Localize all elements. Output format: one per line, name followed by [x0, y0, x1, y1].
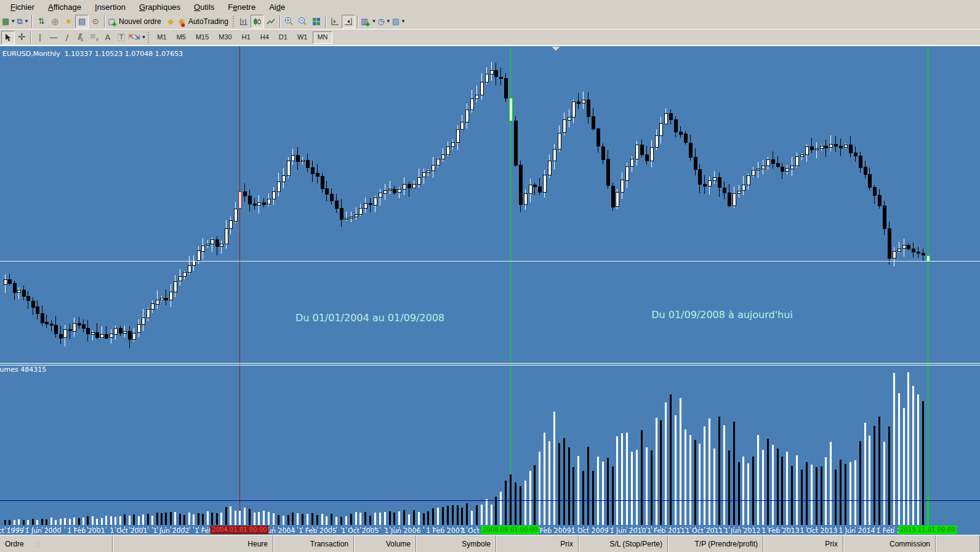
time-axis-label: 1 Jun 2012 — [724, 527, 760, 535]
indicators-button[interactable]: ▥✚▼ — [360, 15, 377, 28]
channel-button[interactable]: //E — [74, 31, 87, 44]
vertical-line-icon: | — [39, 33, 41, 41]
timeframe-mn[interactable]: MN — [313, 31, 332, 44]
templates-button[interactable]: ▨▼ — [392, 15, 406, 28]
chevron-down-icon: ▼ — [10, 18, 15, 24]
tile-windows-icon — [312, 17, 321, 26]
chart-shift-button[interactable] — [328, 15, 342, 28]
market-watch-icon: ⇅ — [38, 17, 45, 25]
candlestick-icon — [253, 17, 262, 26]
menu-fichier[interactable]: Fichier — [4, 1, 41, 13]
new-order-label: Nouvel ordre — [117, 17, 164, 26]
time-axis-label: 1 Jun 2014 — [838, 527, 875, 535]
timeframe-w1[interactable]: W1 — [293, 31, 312, 44]
data-window-button[interactable]: ◎ — [48, 15, 62, 28]
chart-shift-marker[interactable] — [552, 47, 560, 50]
bar-chart-button[interactable] — [237, 15, 251, 28]
time-axis-label: 1 Oct 2001 — [110, 527, 147, 535]
time-axis-label: 1 Oct 2005 — [341, 527, 379, 535]
auto-scroll-button[interactable] — [342, 15, 355, 28]
toolbar-grip — [148, 32, 150, 43]
timeframe-bar: M1M5M15M30H1H4D1W1MN — [152, 31, 332, 44]
zoom-out-icon — [298, 17, 307, 26]
column-header-transaction[interactable]: Transaction — [273, 535, 354, 552]
timeframe-h4[interactable]: H4 — [256, 31, 273, 44]
separator — [357, 15, 358, 28]
tile-windows-button[interactable] — [310, 15, 323, 28]
separator — [30, 31, 31, 44]
column-header-commission[interactable]: Commission — [843, 535, 936, 552]
column-header-prix[interactable]: Prix — [496, 535, 579, 552]
metaeditor-button[interactable]: ◆ — [164, 15, 178, 28]
menu-outils[interactable]: Outils — [187, 1, 221, 13]
zoom-in-button[interactable] — [283, 15, 296, 28]
time-axis-label: 1 Feb 2011 — [647, 527, 685, 535]
navigator-button[interactable]: ★ — [62, 15, 75, 28]
timeframe-m30[interactable]: M30 — [214, 31, 236, 44]
column-header-prix[interactable]: Prix — [763, 535, 843, 552]
timeframe-m1[interactable]: M1 — [153, 31, 171, 44]
arrows-button[interactable]: ⇱⇲▼ — [128, 31, 147, 44]
vline-time-badge: 2004.01.01 00:00 — [210, 526, 268, 534]
toolbar-standard: ▦▼ ⧉▼ ⇅ ◎ ★ ▤ ⊙ ▢✚ Nouvel ordre ◆ ◉● Aut… — [0, 14, 980, 30]
menu-fenetre[interactable]: Fenetre — [221, 1, 262, 13]
menu-affichage[interactable]: Affichage — [41, 1, 88, 13]
autotrading-button[interactable]: ◉● AutoTrading — [178, 15, 231, 28]
templates-icon: ▨ — [392, 17, 400, 25]
timeframe-h1[interactable]: H1 — [238, 31, 255, 44]
profiles-button[interactable]: ⧉▼ — [16, 15, 30, 28]
time-axis-label: 1 Oct 2009 — [571, 527, 608, 535]
timeframe-d1[interactable]: D1 — [275, 31, 292, 44]
chevron-down-icon: ▼ — [141, 34, 146, 40]
chart-canvas[interactable]: EURUSD,Monthly 1.10337 1.10523 1.07048 1… — [0, 46, 980, 535]
column-header-s-l-stop-perte[interactable]: S/L (Stop/Perte) — [579, 535, 668, 552]
menu-aide[interactable]: Aide — [262, 1, 292, 13]
column-header-t-p-prendre-profit[interactable]: T/P (Prendre/profit) — [668, 535, 763, 552]
vertical-line-button[interactable]: | — [33, 31, 47, 44]
strategy-tester-button[interactable]: ⊙ — [89, 15, 102, 28]
cursor-button[interactable] — [1, 31, 15, 44]
periods-button[interactable]: ◷▼ — [377, 15, 391, 28]
zoom-out-button[interactable] — [296, 15, 310, 28]
toolbar-grip — [233, 16, 235, 27]
timeframe-m5[interactable]: M5 — [172, 31, 190, 44]
column-header-symbole[interactable]: Symbole — [416, 535, 496, 552]
timeframe-m15[interactable]: M15 — [191, 31, 213, 44]
fibonacci-button[interactable]: ≡F — [87, 31, 101, 44]
market-watch-button[interactable]: ⇅ — [34, 15, 48, 28]
new-chart-button[interactable]: ▦▼ — [1, 15, 16, 28]
menu-graphiques[interactable]: Graphiques — [132, 1, 187, 13]
menu-insertion[interactable]: Insertion — [88, 1, 132, 13]
terminal-button[interactable]: ▤ — [75, 15, 89, 28]
time-axis-label: 1 Jun 2010 — [609, 527, 646, 535]
candlestick-button[interactable] — [251, 15, 264, 28]
crosshair-button[interactable]: ✛ — [15, 31, 28, 44]
text-button[interactable]: A — [101, 31, 114, 44]
new-order-button[interactable]: ▢✚ Nouvel ordre — [107, 15, 164, 28]
metaeditor-icon: ◆ — [168, 17, 174, 25]
new-chart-icon: ▦ — [2, 17, 9, 25]
column-header-heure[interactable]: Heure — [113, 535, 273, 552]
auto-scroll-icon — [344, 17, 353, 26]
chevron-down-icon: ▼ — [24, 18, 29, 24]
time-axis-label: 1 Jun 2000 — [25, 527, 61, 535]
text-icon: A — [105, 33, 111, 41]
candles-group — [4, 62, 930, 348]
time-axis-label: 1 Feb 2001 — [67, 527, 105, 535]
time-axis-label: 1 Oct 2013 — [800, 527, 837, 535]
vline-time-badge: 2015.11.01 00:00 — [898, 526, 957, 534]
line-chart-button[interactable] — [264, 15, 278, 28]
volume-indicator-label: Volumes 484315 — [0, 366, 46, 374]
arrows-icon: ⇱⇲ — [129, 34, 140, 41]
time-axis-label: 1 Oct 2011 — [685, 527, 723, 535]
profiles-icon: ⧉ — [17, 17, 23, 25]
horizontal-line-button[interactable]: — — [47, 31, 60, 44]
column-header-volume[interactable]: Volume — [354, 535, 416, 552]
text-label-button[interactable]: T — [114, 31, 128, 44]
trendline-button[interactable]: / — [60, 31, 74, 44]
chart-ohlc-title: EURUSD,Monthly 1.10337 1.10523 1.07048 1… — [2, 50, 183, 58]
channel-icon: //E — [78, 32, 83, 42]
separator — [104, 15, 105, 28]
time-axis-label: 1 Feb 2013 — [761, 527, 799, 535]
column-header-ordre[interactable]: Ordre△ — [0, 535, 113, 552]
